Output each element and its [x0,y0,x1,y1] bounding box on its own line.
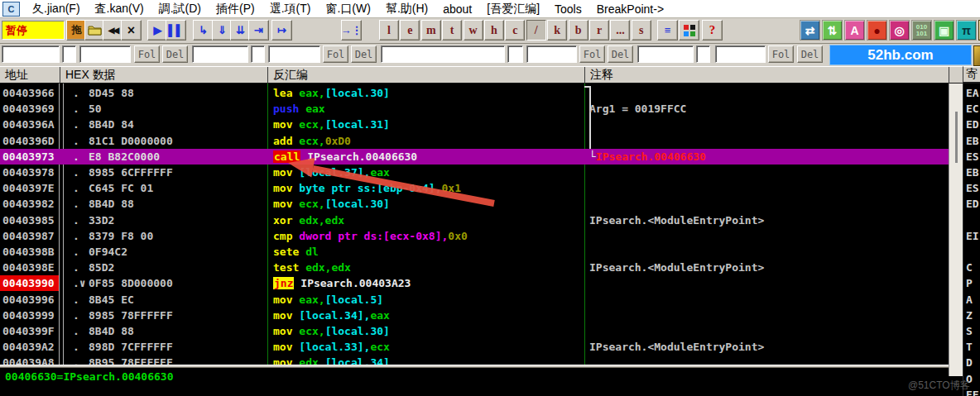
disasm-token: byte ptr ss:[ebp-0x4], [299,182,441,194]
view-letter-button-l[interactable]: l [379,20,399,41]
go-to-button[interactable]: →⋮ [341,20,362,41]
disasm-row[interactable]: 0040399F.8B4D 88mov ecx,[local.30] [0,323,949,339]
row-disassembly: cmp dword ptr ds:[ecx-0x8],0x0 [273,228,468,244]
value-field-1[interactable] [79,45,131,63]
disasm-row[interactable]: 00403982.8B4D 88mov ecx,[local.30] [0,196,949,212]
address-expression-field-4[interactable] [637,45,694,63]
row-flow-mark: . [73,85,79,101]
disasm-row[interactable]: 0040398B.0F94C2sete dl [0,244,949,260]
value-field-3[interactable] [526,45,577,63]
delete-button-3[interactable]: Del [608,45,633,63]
menu-item-10[interactable]: BreakPoint-> [589,0,671,17]
flag-field-2[interactable] [251,45,265,63]
view-letter-button-b[interactable]: b [569,20,588,41]
view-letter-button-c[interactable]: c [505,20,525,41]
follow-button-3[interactable]: Fol [579,45,605,63]
assemble-icon[interactable]: A [844,20,865,41]
updown-icon[interactable]: ⇅ [822,20,843,41]
swap-icon[interactable]: ⇄ [800,20,820,41]
disasm-token: [local.30] [325,198,390,210]
address-expression-field-2[interactable] [192,45,248,63]
disasm-row[interactable]: 004039A8.8B95 78FFFFFFmov edx,[local.34] [0,355,949,365]
menu-item-3[interactable]: 插件(P) [209,0,262,17]
record-icon[interactable]: ● [867,20,887,41]
comment-token: IPsearch.<ModuleEntryPoint> [589,341,764,353]
view-letter-button-t[interactable]: t [442,20,462,41]
disasm-token: ecx, [299,118,324,131]
flag-field-1[interactable] [62,45,76,63]
disasm-row[interactable]: 00403978.8985 6CFFFFFFmov [local.37],eax [0,165,949,180]
view-letter-button-s[interactable]: s [632,20,651,41]
address-expression-field-3[interactable] [381,45,505,63]
disasm-row[interactable]: 0040396D.81C1 D0000000add ecx,0xD0 [0,133,949,149]
view-letter-button-m[interactable]: m [421,20,441,41]
disasm-row[interactable]: 0040398E.85D2test edx,edxIPsearch.<Modul… [0,260,949,275]
disasm-row[interactable]: 0040397E.C645 FC 01mov byte ptr ss:[ebp-… [0,180,949,196]
disasm-token: eax [370,309,389,322]
help-button[interactable]: ? [702,20,723,41]
menu-item-2[interactable]: 調.試(D) [151,0,209,17]
disassembly-pane[interactable]: 00403966.8D45 88lea eax,[local.30]004039… [0,83,949,365]
disasm-row[interactable]: 00403973.E8 B82C0000call IPsearch.004066… [0,149,949,165]
disasm-row[interactable]: 00403987.8379 F8 00cmp dword ptr ds:[ecx… [0,228,949,244]
execute-till-return-button[interactable]: ↦ [271,20,292,41]
menu-item-8[interactable]: [吾爱汇编] [479,0,547,17]
flag-field-4[interactable] [696,45,710,63]
row-flow-mark: . [73,180,79,196]
disasm-row[interactable]: 00403990.∨0F85 8D000000jnz IPsearch.0040… [0,275,949,291]
flag-field-3[interactable] [507,45,523,63]
view-letter-button-/[interactable]: / [526,20,546,41]
disasm-row[interactable]: 0040396A.8B4D 84mov ecx,[local.31] [0,117,949,132]
pi-icon[interactable]: π [956,20,977,41]
disasm-row[interactable]: 004039A2.898D 7CFFFFFFmov [local.33],ecx… [0,339,949,355]
view-letter-button-e[interactable]: e [400,20,420,41]
disasm-row[interactable]: 00403985.33D2xor edx,edxIPsearch.<Module… [0,212,949,228]
menu-item-5[interactable]: 窗.口(W) [318,0,377,17]
view-letter-button-h[interactable]: h [484,20,504,41]
delete-button-1[interactable]: Del [162,45,188,63]
menu-item-4[interactable]: 選.項(T) [262,0,319,17]
animate-over-button[interactable]: ⇥ [248,20,269,41]
windows-list-icon[interactable]: ≡ [657,20,678,41]
row-address: 0040398B [2,244,55,260]
registers-pane[interactable]: EAECEDEBESEBESEDEICPAZSTDOEF [963,83,980,396]
row-address: 0040398E [2,260,55,275]
follow-button-4[interactable]: Fol [768,45,794,63]
step-into-button[interactable]: ↳ [193,20,214,41]
view-letter-button-dots[interactable]: ... [610,20,630,41]
view-letter-button-k[interactable]: k [547,20,567,41]
debugger-window: C 夂.jian(F)査.kan(V)調.試(D)插件(P)選.項(T)窗.口(… [0,0,980,396]
follow-button-2[interactable]: Fol [323,45,348,63]
cpu-window-icon[interactable]: C [2,2,20,17]
disasm-row[interactable]: 00403969.50push eaxArg1 = 0019FFCC [0,101,949,117]
follow-button-1[interactable]: Fol [134,45,160,63]
menu-item-1[interactable]: 査.kan(V) [88,0,151,17]
status-pause-box: 暂停 [2,21,65,40]
menu-item-0[interactable]: 夂.jian(F) [25,0,88,17]
row-address: 0040399F [2,323,55,339]
close-button[interactable]: × [121,20,142,41]
pause-button[interactable]: ▌▌ [166,20,186,41]
window-icon[interactable]: ▣ [934,20,954,41]
appearance-colors-icon[interactable] [679,20,699,41]
delete-button-4[interactable]: Del [797,45,823,63]
address-expression-field-1[interactable] [2,45,60,63]
menu-item-9[interactable]: Tools [547,0,589,17]
binary-icon[interactable]: 010 101 [911,20,932,41]
disasm-row[interactable]: 00403999.8985 78FFFFFFmov [local.34],eax [0,308,949,323]
disasm-row[interactable]: 00403996.8B45 ECmov eax,[local.5] [0,292,949,308]
disasm-row[interactable]: 00403966.8D45 88lea eax,[local.30] [0,85,949,101]
view-letter-button-r[interactable]: r [589,20,609,41]
brand-banner[interactable]: 52hb.com [829,45,972,65]
scrollbar-thumb[interactable] [955,112,958,163]
view-letter-button-w[interactable]: w [464,20,483,41]
vertical-scrollbar[interactable] [949,83,963,376]
value-field-2[interactable] [268,45,320,63]
menu-item-6[interactable]: 幫.助(H) [378,0,435,17]
delete-button-2[interactable]: Del [351,45,377,63]
row-flow-mark: . [73,292,79,308]
menu-item-7[interactable]: about [435,0,479,17]
value-field-4[interactable] [715,45,766,63]
target-icon[interactable]: ◎ [889,20,910,41]
disasm-token: edx,edx [299,214,344,227]
